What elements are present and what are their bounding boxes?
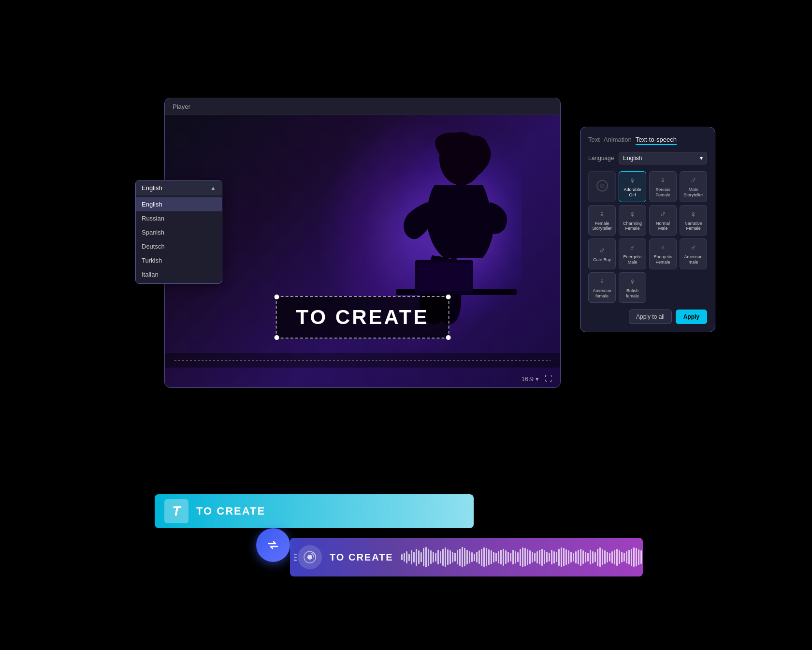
voice-cell-serious-female[interactable]: ♀ Serious Female bbox=[649, 171, 677, 202]
voice-name: Female Storyteller bbox=[591, 221, 613, 232]
waveform-bar bbox=[604, 550, 606, 564]
waveform-bar bbox=[447, 549, 449, 565]
waveform-bar bbox=[481, 549, 482, 566]
waveform-bar bbox=[471, 552, 473, 562]
voice-cell-energetic-female[interactable]: ♀ Energetic Female bbox=[649, 238, 677, 269]
voice-name: Energetic Male bbox=[621, 254, 644, 265]
waveform-bar bbox=[621, 552, 623, 562]
handle-tr[interactable] bbox=[446, 295, 450, 299]
waveform-bar bbox=[607, 552, 608, 562]
waveform-bar bbox=[640, 550, 642, 564]
handle-tl[interactable] bbox=[275, 295, 279, 299]
waveform-bar bbox=[599, 547, 601, 567]
text-track-label: TO CREATE bbox=[196, 505, 265, 517]
waveform-bar bbox=[413, 552, 415, 562]
dropdown-item-turkish[interactable]: Turkish bbox=[136, 253, 222, 267]
player-window: Player bbox=[164, 98, 561, 388]
chevron-down-icon: ▾ bbox=[536, 375, 539, 383]
waveform-bar bbox=[546, 552, 548, 562]
waveform-bar bbox=[624, 553, 625, 561]
chevron-up-icon: ▲ bbox=[210, 185, 216, 192]
waveform-bar bbox=[626, 551, 627, 563]
timeline-dots[interactable] bbox=[174, 360, 551, 361]
dropdown-selected-value: English bbox=[142, 184, 162, 192]
side-line bbox=[294, 554, 297, 555]
waveform-bar bbox=[524, 548, 526, 566]
waveform-bar bbox=[541, 549, 543, 566]
voice-cell-british-female[interactable]: ♀ British female bbox=[619, 272, 646, 303]
text-track-bar[interactable]: T TO CREATE bbox=[155, 494, 474, 528]
waveform-bar bbox=[411, 550, 412, 564]
waveform-bar bbox=[578, 550, 579, 564]
waveform-bar bbox=[636, 548, 637, 566]
voice-cell-cute-boy[interactable]: ♂ Cute Boy bbox=[588, 238, 616, 269]
dropdown-item-spanish[interactable]: Spanish bbox=[136, 225, 222, 239]
dropdown-item-deutsch[interactable]: Deutsch bbox=[136, 239, 222, 253]
voice-name: Normal Male bbox=[652, 221, 674, 232]
waveform-bar bbox=[510, 553, 511, 561]
waveform-bar bbox=[508, 552, 509, 562]
ratio-button[interactable]: 16:9 ▾ bbox=[522, 375, 539, 383]
player-title: Player bbox=[173, 103, 190, 110]
handle-bl[interactable] bbox=[275, 335, 279, 340]
language-dropdown[interactable]: English ▲ English Russian Spanish Deutsc… bbox=[135, 180, 222, 284]
voice-name: British female bbox=[621, 288, 644, 299]
dropdown-item-italian[interactable]: Italian bbox=[136, 267, 222, 281]
waveform-bar bbox=[527, 549, 528, 565]
voice-cell-american-male[interactable]: ♂ American male bbox=[680, 238, 707, 269]
waveform-bar bbox=[616, 549, 618, 566]
voice-icon: ♀ bbox=[599, 209, 606, 220]
mute-icon: ⊘ bbox=[596, 180, 608, 192]
tts-language-row: Language English ▾ bbox=[588, 152, 707, 164]
waveform-bar bbox=[408, 554, 410, 561]
waveform-bar bbox=[498, 551, 499, 563]
dropdown-item-russian[interactable]: Russian bbox=[136, 211, 222, 225]
waveform-bar bbox=[486, 548, 487, 566]
waveform-bar bbox=[614, 550, 615, 564]
waveform-bar bbox=[602, 549, 603, 565]
voice-cell-female-storyteller[interactable]: ♀ Female Storyteller bbox=[588, 205, 616, 236]
tts-language-select[interactable]: English ▾ bbox=[619, 152, 707, 164]
voice-name: Energetic Female bbox=[652, 254, 674, 265]
waveform-bar bbox=[515, 551, 516, 563]
text-track-icon: T bbox=[164, 499, 188, 523]
tab-animation[interactable]: Animation bbox=[604, 135, 632, 145]
waveform-bar bbox=[561, 547, 562, 567]
apply-button[interactable]: Apply bbox=[676, 310, 707, 324]
handle-br[interactable] bbox=[446, 335, 450, 340]
dropdown-item-english[interactable]: English bbox=[136, 197, 222, 211]
voice-cell-energetic-male[interactable]: ♂ Energetic Male bbox=[619, 238, 646, 269]
voice-icon: ♂ bbox=[690, 243, 697, 253]
audio-track-bar[interactable]: TO CREATE bbox=[290, 538, 643, 576]
voice-cell-charming-female[interactable]: ♀ Charming Female bbox=[619, 205, 646, 236]
voice-cell-narrative-female[interactable]: ♀ Narrative Female bbox=[680, 205, 707, 236]
tab-text[interactable]: Text bbox=[588, 135, 600, 145]
waveform-bar bbox=[491, 550, 492, 564]
waveform-bar bbox=[566, 549, 567, 565]
waveform-bar bbox=[638, 549, 639, 565]
voice-cell-normal-male[interactable]: ♂ Normal Male bbox=[649, 205, 677, 236]
voice-cell-american-female[interactable]: ♀ American female bbox=[588, 272, 616, 303]
waveform-bar bbox=[493, 552, 494, 562]
waveform-bar bbox=[505, 550, 507, 564]
waveform-bar bbox=[568, 550, 569, 564]
voice-cell-none[interactable]: ⊘ bbox=[588, 171, 616, 202]
video-overlay-text: TO CREATE bbox=[296, 306, 429, 329]
apply-to-all-button[interactable]: Apply to all bbox=[629, 310, 672, 324]
tts-language-label: Language bbox=[588, 155, 615, 162]
fullscreen-button[interactable]: ⛶ bbox=[545, 374, 552, 383]
chevron-down-icon: ▾ bbox=[700, 155, 703, 162]
video-text-overlay[interactable]: TO CREATE bbox=[276, 296, 450, 339]
dropdown-header[interactable]: English ▲ bbox=[136, 180, 222, 195]
voice-cell-male-storyteller[interactable]: ♂ Male Storyteller bbox=[680, 171, 707, 202]
voice-icon: ♀ bbox=[629, 209, 636, 220]
waveform-bar bbox=[416, 549, 417, 566]
waveform-bar bbox=[425, 547, 427, 567]
voice-cell-adorable-girl[interactable]: ♀ Adorable Girl bbox=[619, 171, 646, 202]
tab-text-to-speech[interactable]: Text-to-speech bbox=[636, 135, 677, 145]
side-line bbox=[294, 557, 297, 558]
voice-name: American male bbox=[682, 254, 705, 265]
waveform-bar bbox=[573, 553, 574, 561]
convert-arrow-button[interactable] bbox=[256, 528, 290, 562]
waveform-bar bbox=[423, 548, 424, 566]
